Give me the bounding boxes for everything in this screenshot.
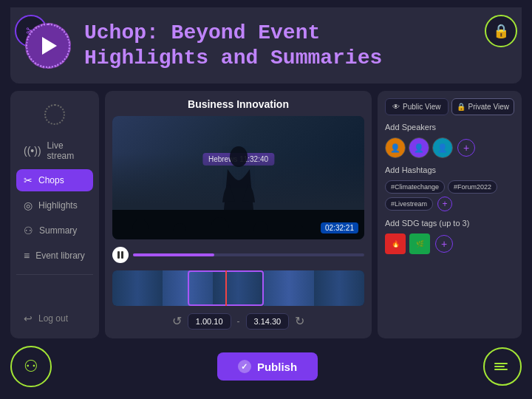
sdg-badge-1[interactable]: 🔥 — [385, 233, 406, 254]
add-speaker-button[interactable]: + — [457, 139, 475, 157]
publish-check-icon: ✓ — [238, 360, 251, 373]
speakers-label: Add Speakers — [385, 123, 514, 132]
header-title-line2: Highlights and Summaries — [84, 46, 382, 71]
sidebar: ((•)) Live stream ✂ Chops ◎ Highlights ⚇… — [10, 91, 99, 338]
sdg-icon-1: 🔥 — [392, 240, 400, 248]
timeline-end-time[interactable]: 3.14.30 — [246, 313, 290, 330]
sidebar-logout[interactable]: ↩ Log out — [16, 307, 93, 330]
rewind-button[interactable]: ↺ — [172, 316, 182, 327]
lock-icon: 🔒 — [485, 15, 517, 47]
progress-fill — [133, 253, 214, 256]
loading-spinner — [44, 104, 65, 125]
sidebar-divider — [16, 274, 93, 275]
hashtag-1[interactable]: #Climatechange — [385, 180, 445, 194]
speakers-section: Add Speakers 👤 👤 👤 + — [385, 123, 514, 158]
sidebar-item-label: Chops — [38, 175, 64, 185]
sdg-badge-2[interactable]: 🌿 — [409, 233, 430, 254]
svg-point-0 — [230, 146, 248, 167]
chops-icon: ✂ — [24, 174, 33, 186]
add-sdg-button[interactable]: + — [435, 235, 453, 253]
sidebar-item-label: Highlights — [38, 200, 78, 211]
time-separator: - — [237, 316, 240, 327]
app-logo — [25, 23, 71, 69]
avatar-img-3: 👤 — [433, 138, 452, 157]
app-header: Uchop: Beyond Event Highlights and Summa… — [10, 7, 522, 83]
app-title: Uchop: Beyond Event Highlights and Summa… — [84, 21, 382, 70]
pause-icon — [117, 251, 123, 259]
public-view-button[interactable]: 👁 Public View — [385, 98, 449, 115]
publish-button[interactable]: ✓ Publish — [217, 352, 318, 381]
view-toggle: 👁 Public View 🔒 Private View — [385, 98, 514, 115]
sidebar-spinner — [16, 100, 93, 132]
speaker-avatar-1: 👤 — [385, 137, 406, 158]
forward-button[interactable]: ↻ — [295, 316, 304, 327]
sdg-label: Add SDG tags (up to 3) — [385, 219, 514, 228]
hashtag-2[interactable]: #Forum2022 — [448, 180, 497, 194]
sidebar-item-label: Event library — [35, 250, 85, 261]
timeline-controls: ↺ 1.00.10 - 3.14.30 ↻ — [112, 312, 364, 331]
public-view-label: Public View — [403, 103, 441, 111]
thumb-playhead — [225, 270, 227, 306]
video-panel: Business Innovation Hebrews 11:32:40 — [105, 91, 372, 338]
video-frame: Hebrews 11:32:40 02 — [112, 116, 364, 239]
hashtag-3[interactable]: #Livestream — [385, 197, 433, 211]
logout-label: Log out — [38, 313, 68, 324]
logout-icon: ↩ — [24, 313, 33, 324]
right-panel: 👁 Public View 🔒 Private View Add Speaker… — [378, 91, 522, 338]
avatar-img-1: 👤 — [386, 138, 405, 157]
private-view-button[interactable]: 🔒 Private View — [451, 98, 515, 115]
playlist-icon-circle — [483, 347, 522, 386]
hashtags-row: #Climatechange #Forum2022 — [385, 180, 514, 194]
list-play-icon — [494, 363, 511, 370]
sdg-icon-2: 🌿 — [416, 240, 424, 248]
video-controls-bar — [112, 245, 364, 265]
video-timestamp: 02:32:21 — [321, 222, 358, 233]
hashtags-section: Add Hashtags #Climatechange #Forum2022 #… — [385, 166, 514, 211]
users-icon-circle: ⚇ — [10, 346, 52, 387]
video-title: Business Innovation — [112, 98, 364, 110]
sidebar-item-event-library[interactable]: ≡ Event library — [16, 245, 93, 267]
sidebar-item-label: Live stream — [47, 140, 86, 161]
hashtags-label: Add Hashtags — [385, 166, 514, 174]
bottom-bar: ⚇ ✓ Publish — [0, 346, 532, 395]
speaker-avatar-2: 👤 — [409, 137, 429, 158]
speakers-row: 👤 👤 👤 + — [385, 137, 514, 158]
sidebar-item-live-stream[interactable]: ((•)) Live stream — [16, 135, 93, 166]
speaker-silhouette — [220, 143, 257, 217]
publish-label: Publish — [257, 361, 297, 373]
sidebar-item-chops[interactable]: ✂ Chops — [16, 169, 93, 191]
thumb-seg-1 — [112, 270, 163, 306]
thumb-seg-4 — [264, 270, 314, 306]
video-progress-bar[interactable] — [133, 253, 364, 256]
private-view-icon: 🔒 — [457, 103, 466, 111]
add-hashtag-button[interactable]: + — [437, 197, 452, 211]
video-player[interactable]: Hebrews 11:32:40 02 — [112, 116, 364, 239]
sdg-row: 🔥 🌿 + — [385, 233, 514, 254]
hashtags-row-2: #Livestream + — [385, 197, 514, 211]
sidebar-item-label: Summary — [39, 225, 77, 236]
public-view-icon: 👁 — [392, 103, 400, 111]
speaker-avatar-3: 👤 — [432, 137, 453, 158]
main-content: ((•)) Live stream ✂ Chops ◎ Highlights ⚇… — [10, 91, 522, 338]
sdg-section: Add SDG tags (up to 3) 🔥 🌿 + — [385, 219, 514, 254]
avatar-img-2: 👤 — [409, 138, 429, 157]
logo-play-icon — [42, 37, 57, 55]
sidebar-item-summary[interactable]: ⚇ Summary — [16, 219, 93, 242]
pause-button[interactable] — [112, 247, 129, 263]
live-stream-icon: ((•)) — [24, 145, 41, 157]
event-library-icon: ≡ — [24, 250, 30, 262]
checkmark: ✓ — [241, 362, 248, 372]
thumb-seg-5 — [314, 270, 364, 306]
highlights-icon: ◎ — [24, 200, 33, 211]
timeline-start-time[interactable]: 1.00.10 — [188, 313, 231, 330]
video-thumbnail-strip[interactable] — [112, 270, 364, 306]
private-view-label: Private View — [468, 103, 509, 111]
summary-icon: ⚇ — [24, 225, 33, 236]
header-title-line1: Uchop: Beyond Event — [84, 21, 382, 46]
sidebar-item-highlights[interactable]: ◎ Highlights — [16, 194, 93, 216]
